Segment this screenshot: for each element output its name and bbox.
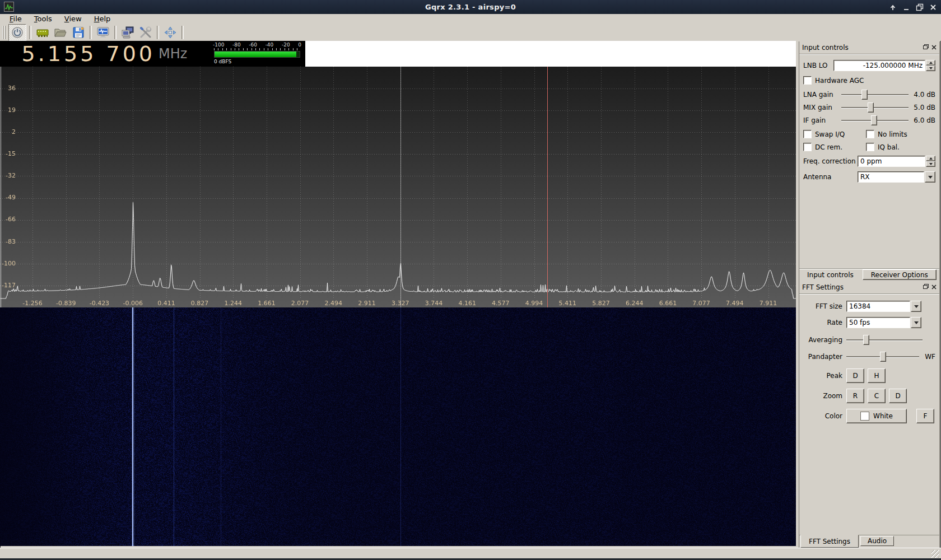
toolbar-separator [181, 26, 184, 39]
pandapter-spectrum[interactable] [0, 67, 796, 307]
dc-rem-checkbox[interactable] [803, 143, 812, 151]
dsp-tools-button[interactable] [137, 25, 154, 40]
tab-input-controls[interactable]: Input controls [800, 269, 860, 281]
menu-view[interactable]: View [58, 14, 88, 24]
menu-help[interactable]: Help [88, 14, 117, 24]
close-button[interactable] [929, 3, 938, 12]
chevron-down-icon[interactable] [911, 317, 921, 328]
color-swatch [860, 412, 869, 421]
rate-combobox[interactable]: 50 fps [846, 317, 921, 328]
meter-fill [215, 52, 296, 57]
no-limits-label: No limits [878, 130, 907, 138]
toolbar-handle[interactable] [2, 26, 7, 39]
lnb-lo-value[interactable]: -125.000000 MHz [833, 60, 925, 71]
control-panel: Input controls LNB LO -125.000000 MHz [799, 41, 940, 548]
app-icon [4, 2, 14, 12]
float-dock-icon[interactable] [923, 44, 929, 52]
iq-monitor-button[interactable] [95, 25, 111, 40]
antenna-value[interactable]: RX [858, 171, 924, 183]
freq-correction-label: Freq. correction [803, 157, 858, 165]
save-floppy-icon [72, 26, 85, 39]
averaging-slider[interactable] [846, 335, 923, 345]
open-file-button[interactable] [52, 25, 69, 40]
frequency-display[interactable]: 5.155 700 MHz [0, 41, 209, 67]
slider-handle[interactable] [880, 352, 886, 362]
fft-settings-dock: FFT Settings FFT size 16384 [799, 281, 939, 535]
slider-handle[interactable] [871, 115, 877, 125]
meter-scale-label: -100 [213, 41, 224, 48]
power-icon [11, 26, 24, 39]
zoom-reset-button[interactable]: R [846, 389, 864, 403]
if-gain-label: IF gain [803, 116, 841, 124]
spin-down-icon[interactable] [926, 161, 935, 167]
maximize-button[interactable] [915, 3, 924, 12]
iq-bal-label: IQ bal. [878, 143, 900, 151]
pandapter-wf-slider[interactable] [846, 352, 919, 362]
toolbar-separator [114, 26, 117, 39]
menu-tools[interactable]: Tools [28, 14, 58, 24]
close-dock-icon[interactable] [931, 283, 937, 291]
spin-up-icon[interactable] [926, 60, 935, 66]
fill-button[interactable]: F [916, 409, 934, 423]
close-dock-icon[interactable] [931, 44, 937, 52]
pan-arrows-icon [164, 26, 177, 39]
freq-correction-spinbox[interactable]: 0 ppm [858, 156, 935, 167]
mix-gain-slider[interactable] [841, 102, 909, 113]
input-controls-titlebar: Input controls [799, 41, 939, 54]
peak-detect-button[interactable]: D [846, 368, 864, 383]
antenna-combobox[interactable]: RX [858, 171, 935, 183]
chevron-down-icon[interactable] [911, 301, 921, 312]
minimize-button[interactable] [902, 3, 911, 12]
configure-io-button[interactable] [34, 25, 51, 40]
save-file-button[interactable] [70, 25, 87, 40]
peak-hold-button[interactable]: H [868, 368, 886, 383]
resize-grip[interactable] [931, 550, 939, 558]
pan-button[interactable] [162, 25, 179, 40]
antenna-label: Antenna [803, 173, 858, 181]
no-limits-checkbox[interactable] [866, 130, 874, 138]
float-dock-icon[interactable] [923, 283, 929, 291]
menubar: File Tools View Help [0, 14, 941, 24]
rate-value[interactable]: 50 fps [846, 317, 910, 328]
fft-color-button[interactable]: White [846, 409, 907, 423]
freq-correction-value[interactable]: 0 ppm [858, 156, 925, 167]
zoom-center-button[interactable]: C [868, 389, 886, 403]
start-dsp-button[interactable] [8, 24, 26, 41]
waterfall[interactable] [0, 307, 796, 546]
swap-iq-checkbox[interactable] [803, 130, 812, 138]
hardware-agc-checkbox[interactable] [803, 76, 812, 85]
spin-down-icon[interactable] [926, 66, 935, 71]
zoom-demod-button[interactable]: D [889, 389, 907, 403]
if-gain-slider[interactable] [841, 115, 909, 125]
pandapter-label: Pandapter [803, 353, 842, 361]
lnb-lo-spinbox[interactable]: -125.000000 MHz [833, 60, 935, 71]
slider-handle[interactable] [861, 90, 868, 100]
meter-scale-label: 0 [298, 41, 301, 48]
toolbar-separator [29, 26, 31, 39]
slider-handle[interactable] [868, 102, 874, 113]
tab-fft-settings[interactable]: FFT Settings [800, 535, 859, 548]
averaging-label: Averaging [803, 336, 842, 344]
spin-up-icon[interactable] [926, 156, 935, 161]
lna-gain-label: LNA gain [803, 91, 841, 99]
iq-bal-checkbox[interactable] [866, 143, 874, 151]
chevron-down-icon[interactable] [925, 171, 935, 183]
remote-control-button[interactable] [119, 25, 136, 40]
dock-tabbar-top: Input controls Receiver Options [799, 268, 939, 281]
frequency-digits[interactable]: 5.155 700 [22, 41, 155, 67]
shade-button[interactable] [888, 3, 897, 12]
menu-file[interactable]: File [3, 14, 28, 24]
tab-receiver-options[interactable]: Receiver Options [863, 269, 937, 280]
tuner-chip-icon [36, 26, 49, 39]
meter-scale-label: -80 [232, 41, 241, 48]
window-title: Gqrx 2.3.1 - airspy=0 [0, 3, 941, 11]
lna-gain-value: 4.0 dB [909, 91, 935, 99]
fft-size-value[interactable]: 16384 [846, 301, 910, 312]
signal-meter: -100-80-60-40-200 0 dBFS [209, 41, 305, 67]
fft-size-combobox[interactable]: 16384 [846, 301, 921, 312]
toolbar [0, 24, 941, 41]
lna-gain-slider[interactable] [841, 90, 909, 100]
tab-audio[interactable]: Audio [860, 536, 894, 546]
slider-handle[interactable] [863, 335, 869, 345]
color-label: Color [803, 412, 842, 420]
